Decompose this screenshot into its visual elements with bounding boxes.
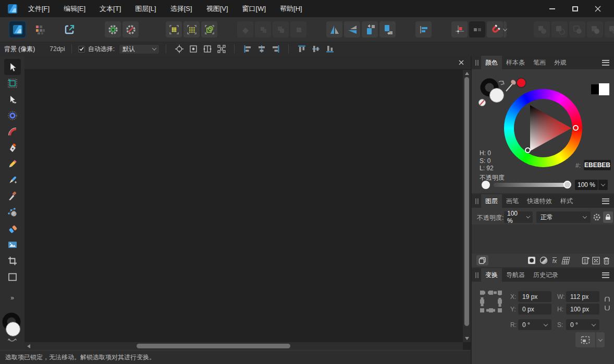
- rotate-cw-button[interactable]: [379, 21, 396, 37]
- preferences-button[interactable]: [122, 21, 139, 37]
- tool-transparency[interactable]: [4, 220, 21, 236]
- opacity-slider-handle[interactable]: [563, 181, 571, 189]
- opacity-slider-track[interactable]: [494, 183, 567, 187]
- tool-point-transform[interactable]: [4, 107, 21, 123]
- shear-dropdown[interactable]: 0 °: [566, 319, 599, 330]
- rotate-ccw-button[interactable]: [362, 21, 378, 37]
- vertical-scroll-thumb[interactable]: [464, 77, 469, 326]
- cycle-selection-box-button[interactable]: [173, 44, 186, 55]
- tab-stroke[interactable]: 笔画: [529, 56, 550, 69]
- scroll-down-arrow[interactable]: [465, 337, 469, 340]
- select-sampled-pixels-button[interactable]: [183, 21, 200, 37]
- close-document-icon[interactable]: [458, 59, 465, 66]
- tab-transform[interactable]: 变换: [481, 268, 502, 282]
- tool-rectangle[interactable]: [4, 269, 21, 285]
- add-pixel-layer-button[interactable]: [591, 256, 600, 265]
- hex-value-field[interactable]: EBEBEB: [584, 160, 611, 170]
- flip-vertical-button[interactable]: [344, 21, 360, 37]
- lock-layer-button[interactable]: [603, 211, 613, 223]
- opacity-min-dot[interactable]: [482, 181, 490, 189]
- snapping-options-chevron[interactable]: [504, 21, 507, 37]
- align-middle-button[interactable]: [309, 44, 322, 55]
- panel-grip[interactable]: [472, 194, 481, 208]
- live-filter-button[interactable]: [560, 256, 571, 265]
- adjustment-layer-button[interactable]: [539, 256, 548, 265]
- layer-effects-button[interactable]: fx: [549, 256, 560, 265]
- transform-mode-button[interactable]: [575, 332, 595, 347]
- tool-vector-brush[interactable]: [4, 172, 21, 188]
- panel-menu-icon[interactable]: [602, 198, 609, 204]
- anchor-point-selector[interactable]: [479, 290, 503, 313]
- panel-grip[interactable]: [472, 268, 481, 282]
- align-right-button[interactable]: [269, 44, 282, 55]
- menu-file[interactable]: 文件[F]: [28, 4, 50, 14]
- align-left-button[interactable]: [241, 44, 254, 55]
- delete-layer-button[interactable]: [601, 256, 611, 265]
- layers-list-empty[interactable]: [472, 224, 614, 254]
- panel-menu-icon[interactable]: [602, 60, 609, 66]
- align-center-button[interactable]: [255, 44, 268, 55]
- menu-window[interactable]: 窗口[W]: [242, 4, 266, 14]
- tab-layers[interactable]: 图层: [481, 194, 502, 208]
- opacity-value-field[interactable]: 100 %: [575, 180, 598, 190]
- tool-pencil[interactable]: [4, 156, 21, 172]
- menu-help[interactable]: 帮助[H]: [280, 4, 302, 14]
- vertical-scrollbar[interactable]: [463, 70, 471, 342]
- tab-appearance[interactable]: 外观: [550, 56, 571, 69]
- pixel-persona-button[interactable]: [32, 21, 48, 37]
- tool-fill-mesh[interactable]: [4, 204, 21, 220]
- blend-options-gear-icon[interactable]: [593, 213, 601, 221]
- add-layer-button[interactable]: [581, 256, 590, 265]
- rotation-dropdown[interactable]: 0 °: [518, 319, 551, 330]
- export-persona-button[interactable]: [62, 21, 78, 37]
- tab-styles[interactable]: 样式: [556, 194, 577, 208]
- tab-history[interactable]: 历史记录: [529, 268, 562, 282]
- horizontal-scrollbar[interactable]: [24, 342, 463, 350]
- tool-move[interactable]: [4, 59, 21, 75]
- select-object-button[interactable]: [201, 21, 217, 37]
- scroll-up-arrow[interactable]: [465, 72, 469, 75]
- menu-select[interactable]: 选择[S]: [170, 4, 192, 14]
- tool-place-image[interactable]: [4, 236, 21, 253]
- tab-navigator[interactable]: 导航器: [502, 268, 529, 282]
- edit-selection-box-button[interactable]: [187, 44, 200, 55]
- align-bottom-button[interactable]: [323, 44, 336, 55]
- menu-view[interactable]: 视图[V]: [206, 4, 228, 14]
- eyedropper-group[interactable]: [504, 77, 528, 93]
- select-all-pixels-button[interactable]: [166, 21, 182, 37]
- transform-mode-chevron[interactable]: [596, 332, 605, 347]
- sl-marker[interactable]: [525, 147, 531, 153]
- hue-wheel[interactable]: [504, 89, 582, 167]
- menu-edit[interactable]: 编辑[E]: [64, 4, 85, 14]
- designer-persona-button[interactable]: [9, 21, 26, 37]
- scroll-left-arrow[interactable]: [27, 344, 30, 348]
- panel-menu-icon[interactable]: [602, 272, 609, 278]
- tool-node[interactable]: [4, 91, 21, 107]
- move-by-whole-pixels-button[interactable]: [451, 21, 468, 37]
- tool-corner[interactable]: [4, 123, 21, 140]
- blend-mode-dropdown[interactable]: 正常: [536, 211, 591, 223]
- w-input[interactable]: 112 px: [566, 291, 599, 302]
- tab-quick-fx[interactable]: 快速特效: [523, 194, 556, 208]
- minimize-button[interactable]: [544, 3, 560, 15]
- hue-marker[interactable]: [573, 125, 579, 131]
- align-top-button[interactable]: [295, 44, 308, 55]
- canvas[interactable]: [24, 70, 471, 350]
- tab-brushes[interactable]: 画笔: [502, 194, 523, 208]
- fill-stroke-wells[interactable]: [0, 312, 24, 346]
- maximize-button[interactable]: [567, 3, 583, 15]
- tool-artboard[interactable]: [4, 75, 21, 91]
- menu-layer[interactable]: 图层[L]: [135, 4, 156, 14]
- pixel-alignment-toggle[interactable]: [469, 21, 485, 37]
- tool-knife[interactable]: [4, 188, 21, 204]
- tab-color[interactable]: 颜色: [481, 56, 502, 69]
- tool-crop[interactable]: [4, 253, 21, 269]
- white-swatch[interactable]: [600, 84, 609, 94]
- tool-pen[interactable]: [4, 140, 21, 156]
- tab-swatches[interactable]: 样本条: [502, 56, 529, 69]
- panel-grip[interactable]: [472, 56, 481, 69]
- black-swatch[interactable]: [591, 84, 600, 94]
- transform-origin-button[interactable]: [201, 44, 214, 55]
- greyscale-swatch[interactable]: [591, 84, 608, 94]
- y-input[interactable]: 0 px: [518, 304, 551, 315]
